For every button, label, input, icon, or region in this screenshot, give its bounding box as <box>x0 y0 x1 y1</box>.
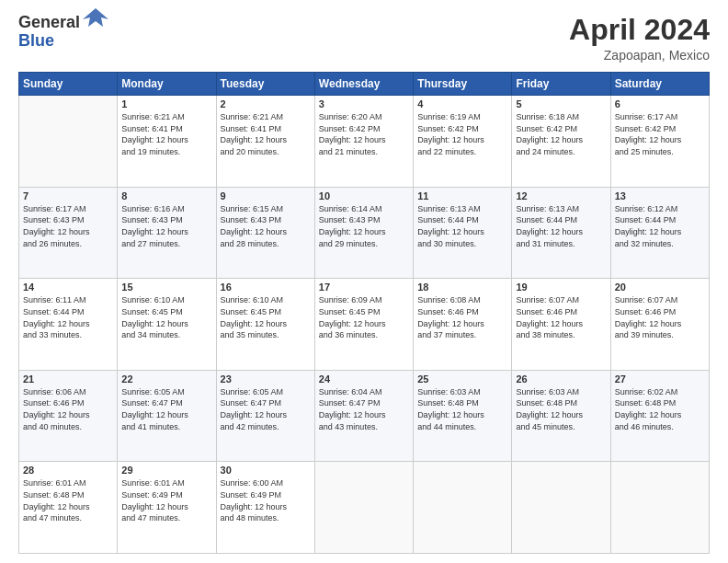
day-number: 4 <box>417 98 507 109</box>
day-number: 22 <box>121 373 211 385</box>
calendar-cell <box>314 462 413 554</box>
calendar-cell <box>512 462 610 554</box>
day-number: 19 <box>516 282 606 293</box>
day-info: Sunrise: 6:18 AM Sunset: 6:42 PM Dayligh… <box>516 111 606 157</box>
day-info: Sunrise: 6:05 AM Sunset: 6:47 PM Dayligh… <box>121 386 211 432</box>
calendar-week-row: 21Sunrise: 6:06 AM Sunset: 6:46 PM Dayli… <box>19 370 710 462</box>
calendar-week-row: 14Sunrise: 6:11 AM Sunset: 6:44 PM Dayli… <box>19 279 710 371</box>
calendar-cell: 3Sunrise: 6:20 AM Sunset: 6:42 PM Daylig… <box>314 96 413 188</box>
day-number: 2 <box>221 98 311 109</box>
calendar-header-friday: Friday <box>512 73 610 96</box>
calendar-cell <box>610 462 709 554</box>
day-number: 18 <box>417 282 507 293</box>
calendar-cell: 5Sunrise: 6:18 AM Sunset: 6:42 PM Daylig… <box>512 96 610 188</box>
day-number: 25 <box>417 373 507 385</box>
day-number: 14 <box>23 282 113 293</box>
calendar-cell: 1Sunrise: 6:21 AM Sunset: 6:41 PM Daylig… <box>118 96 216 188</box>
day-number: 15 <box>121 282 211 293</box>
day-info: Sunrise: 6:08 AM Sunset: 6:46 PM Dayligh… <box>417 294 507 340</box>
day-info: Sunrise: 6:10 AM Sunset: 6:45 PM Dayligh… <box>221 294 311 340</box>
day-number: 5 <box>516 98 606 109</box>
logo-text: General Blue <box>18 14 108 51</box>
page: General Blue April 2024 Zapoapan, Mexico… <box>0 0 728 563</box>
calendar-header-monday: Monday <box>118 73 216 96</box>
calendar-cell: 19Sunrise: 6:07 AM Sunset: 6:46 PM Dayli… <box>512 279 610 371</box>
day-info: Sunrise: 6:16 AM Sunset: 6:43 PM Dayligh… <box>121 203 211 249</box>
day-number: 23 <box>221 373 311 385</box>
day-info: Sunrise: 6:09 AM Sunset: 6:45 PM Dayligh… <box>319 294 409 340</box>
title-block: April 2024 Zapoapan, Mexico <box>569 14 710 63</box>
day-info: Sunrise: 6:17 AM Sunset: 6:43 PM Dayligh… <box>23 203 113 249</box>
day-number: 30 <box>221 465 311 476</box>
day-info: Sunrise: 6:13 AM Sunset: 6:44 PM Dayligh… <box>417 203 507 249</box>
day-number: 7 <box>23 190 113 201</box>
logo: General Blue <box>18 14 108 51</box>
day-number: 6 <box>615 98 705 109</box>
day-number: 27 <box>615 373 705 385</box>
calendar-header-tuesday: Tuesday <box>216 73 314 96</box>
day-number: 20 <box>615 282 705 293</box>
calendar-cell: 27Sunrise: 6:02 AM Sunset: 6:48 PM Dayli… <box>610 370 709 462</box>
day-number: 17 <box>319 282 409 293</box>
calendar-header-saturday: Saturday <box>610 73 709 96</box>
day-number: 10 <box>319 190 409 201</box>
calendar-cell: 8Sunrise: 6:16 AM Sunset: 6:43 PM Daylig… <box>118 187 216 279</box>
day-number: 26 <box>516 373 606 385</box>
calendar-cell: 10Sunrise: 6:14 AM Sunset: 6:43 PM Dayli… <box>314 187 413 279</box>
day-info: Sunrise: 6:21 AM Sunset: 6:41 PM Dayligh… <box>221 111 311 157</box>
calendar-week-row: 7Sunrise: 6:17 AM Sunset: 6:43 PM Daylig… <box>19 187 710 279</box>
calendar-cell: 23Sunrise: 6:05 AM Sunset: 6:47 PM Dayli… <box>216 370 314 462</box>
day-number: 3 <box>319 98 409 109</box>
calendar-cell: 18Sunrise: 6:08 AM Sunset: 6:46 PM Dayli… <box>414 279 512 371</box>
day-number: 16 <box>221 282 311 293</box>
day-number: 24 <box>319 373 409 385</box>
day-info: Sunrise: 6:15 AM Sunset: 6:43 PM Dayligh… <box>221 203 311 249</box>
logo-blue: Blue <box>18 31 54 50</box>
calendar-cell: 12Sunrise: 6:13 AM Sunset: 6:44 PM Dayli… <box>512 187 610 279</box>
location: Zapoapan, Mexico <box>569 48 710 63</box>
logo-bird-icon <box>83 6 108 32</box>
calendar-cell <box>414 462 512 554</box>
day-info: Sunrise: 6:02 AM Sunset: 6:48 PM Dayligh… <box>615 386 705 432</box>
calendar-cell: 6Sunrise: 6:17 AM Sunset: 6:42 PM Daylig… <box>610 96 709 188</box>
day-info: Sunrise: 6:01 AM Sunset: 6:49 PM Dayligh… <box>121 477 211 523</box>
day-number: 12 <box>516 190 606 201</box>
calendar-cell: 14Sunrise: 6:11 AM Sunset: 6:44 PM Dayli… <box>19 279 118 371</box>
calendar-header-sunday: Sunday <box>19 73 118 96</box>
calendar-cell: 9Sunrise: 6:15 AM Sunset: 6:43 PM Daylig… <box>216 187 314 279</box>
calendar-cell: 21Sunrise: 6:06 AM Sunset: 6:46 PM Dayli… <box>19 370 118 462</box>
day-info: Sunrise: 6:00 AM Sunset: 6:49 PM Dayligh… <box>221 477 311 523</box>
day-info: Sunrise: 6:20 AM Sunset: 6:42 PM Dayligh… <box>319 111 409 157</box>
calendar-cell: 13Sunrise: 6:12 AM Sunset: 6:44 PM Dayli… <box>610 187 709 279</box>
day-info: Sunrise: 6:12 AM Sunset: 6:44 PM Dayligh… <box>615 203 705 249</box>
day-number: 13 <box>615 190 705 201</box>
day-number: 29 <box>121 465 211 476</box>
calendar-cell: 7Sunrise: 6:17 AM Sunset: 6:43 PM Daylig… <box>19 187 118 279</box>
calendar-cell: 15Sunrise: 6:10 AM Sunset: 6:45 PM Dayli… <box>118 279 216 371</box>
day-number: 21 <box>23 373 113 385</box>
calendar-cell: 24Sunrise: 6:04 AM Sunset: 6:47 PM Dayli… <box>314 370 413 462</box>
day-info: Sunrise: 6:04 AM Sunset: 6:47 PM Dayligh… <box>319 386 409 432</box>
calendar-cell: 30Sunrise: 6:00 AM Sunset: 6:49 PM Dayli… <box>216 462 314 554</box>
day-info: Sunrise: 6:14 AM Sunset: 6:43 PM Dayligh… <box>319 203 409 249</box>
calendar-week-row: 1Sunrise: 6:21 AM Sunset: 6:41 PM Daylig… <box>19 96 710 188</box>
calendar-cell: 22Sunrise: 6:05 AM Sunset: 6:47 PM Dayli… <box>118 370 216 462</box>
calendar-week-row: 28Sunrise: 6:01 AM Sunset: 6:48 PM Dayli… <box>19 462 710 554</box>
day-info: Sunrise: 6:07 AM Sunset: 6:46 PM Dayligh… <box>615 294 705 340</box>
calendar-cell <box>19 96 118 188</box>
day-number: 1 <box>121 98 211 109</box>
calendar-cell: 25Sunrise: 6:03 AM Sunset: 6:48 PM Dayli… <box>414 370 512 462</box>
calendar-cell: 16Sunrise: 6:10 AM Sunset: 6:45 PM Dayli… <box>216 279 314 371</box>
day-info: Sunrise: 6:06 AM Sunset: 6:46 PM Dayligh… <box>23 386 113 432</box>
day-info: Sunrise: 6:07 AM Sunset: 6:46 PM Dayligh… <box>516 294 606 340</box>
day-info: Sunrise: 6:21 AM Sunset: 6:41 PM Dayligh… <box>121 111 211 157</box>
day-info: Sunrise: 6:03 AM Sunset: 6:48 PM Dayligh… <box>417 386 507 432</box>
day-info: Sunrise: 6:11 AM Sunset: 6:44 PM Dayligh… <box>23 294 113 340</box>
day-info: Sunrise: 6:13 AM Sunset: 6:44 PM Dayligh… <box>516 203 606 249</box>
calendar-header-thursday: Thursday <box>414 73 512 96</box>
day-info: Sunrise: 6:01 AM Sunset: 6:48 PM Dayligh… <box>23 477 113 523</box>
header: General Blue April 2024 Zapoapan, Mexico <box>18 14 710 63</box>
svg-marker-0 <box>83 8 108 27</box>
day-number: 8 <box>121 190 211 201</box>
calendar-table: SundayMondayTuesdayWednesdayThursdayFrid… <box>18 72 710 554</box>
